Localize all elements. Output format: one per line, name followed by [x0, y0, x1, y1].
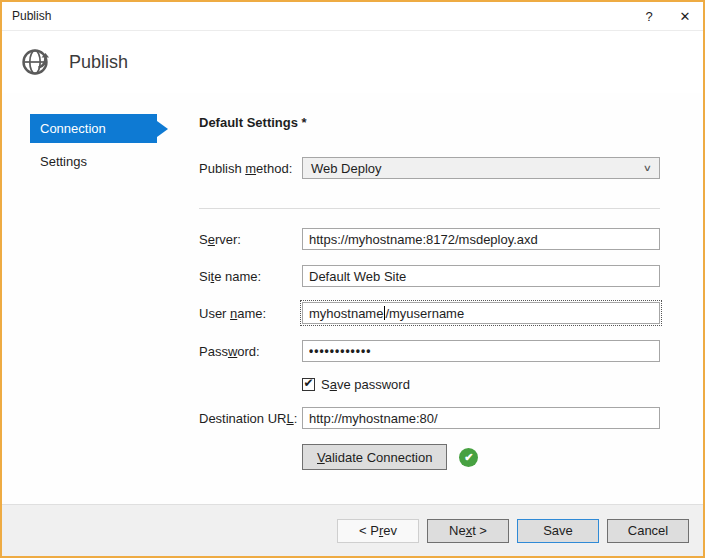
publish-method-label: Publish method:: [199, 161, 302, 176]
site-name-input[interactable]: [302, 265, 660, 287]
user-name-value-before-caret: myhostname: [309, 306, 383, 321]
prev-button[interactable]: < Prev: [337, 519, 419, 543]
destination-url-label: Destination URL:: [199, 411, 302, 426]
help-icon: ?: [645, 9, 652, 24]
user-name-label: User name:: [199, 306, 302, 321]
save-button[interactable]: Save: [517, 519, 599, 543]
close-button[interactable]: ✕: [667, 2, 703, 30]
next-button[interactable]: Next >: [427, 519, 509, 543]
checkmark-icon: ✔: [303, 377, 313, 389]
publish-globe-icon: [20, 46, 52, 78]
user-name-input[interactable]: myhostname/myusername: [302, 302, 660, 324]
footer-bar: < Prev Next > Save Cancel: [2, 504, 703, 556]
password-label: Password:: [199, 344, 302, 359]
user-name-row: User name: myhostname/myusername: [199, 302, 660, 324]
publish-dialog: Publish ? ✕ Publish Connection: [0, 0, 705, 558]
sidebar: Connection Settings: [2, 93, 199, 504]
help-button[interactable]: ?: [631, 2, 667, 30]
connection-panel: Default Settings * Publish method: Web D…: [199, 93, 703, 504]
sidebar-item-connection[interactable]: Connection: [30, 114, 157, 143]
site-name-label: Site name:: [199, 269, 302, 284]
site-name-row: Site name:: [199, 265, 660, 287]
page-title: Publish: [69, 52, 128, 73]
save-password-checkbox[interactable]: ✔: [302, 378, 315, 391]
chevron-down-icon: ∨: [643, 163, 652, 173]
validation-success-icon: ✔: [459, 448, 478, 467]
settings-heading: Default Settings *: [199, 115, 660, 130]
sidebar-item-settings[interactable]: Settings: [30, 147, 157, 176]
server-label: Server:: [199, 232, 302, 247]
destination-url-input[interactable]: [302, 407, 660, 429]
publish-method-row: Publish method: Web Deploy ∨: [199, 157, 660, 179]
sidebar-item-label: Settings: [40, 154, 87, 169]
server-row: Server:: [199, 228, 660, 250]
publish-method-value: Web Deploy: [311, 161, 644, 176]
publish-method-dropdown[interactable]: Web Deploy ∨: [302, 157, 660, 179]
server-input[interactable]: [302, 228, 660, 250]
destination-url-row: Destination URL:: [199, 407, 660, 429]
validate-row: Validate Connection ✔: [302, 444, 660, 470]
password-row: Password:: [199, 340, 660, 362]
close-icon: ✕: [680, 9, 691, 24]
dialog-body: Connection Settings Default Settings * P…: [2, 93, 703, 504]
user-name-value-after-caret: /myusername: [385, 306, 464, 321]
validate-connection-button[interactable]: Validate Connection: [302, 444, 447, 470]
dialog-header: Publish: [2, 31, 703, 93]
save-password-row: ✔ Save password: [302, 376, 660, 392]
window-title: Publish: [12, 9, 51, 23]
section-divider: [199, 208, 660, 209]
password-input[interactable]: [302, 340, 660, 362]
cancel-button[interactable]: Cancel: [607, 519, 689, 543]
save-password-label[interactable]: Save password: [321, 377, 410, 392]
title-bar: Publish ? ✕: [2, 2, 703, 31]
sidebar-item-label: Connection: [40, 121, 106, 136]
